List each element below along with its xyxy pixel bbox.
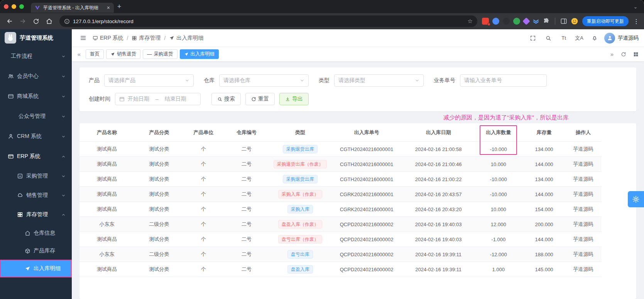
extension-icon[interactable] (492, 18, 499, 25)
sidebar-item-workflow[interactable]: 工作流程 (0, 46, 72, 66)
table-row[interactable]: 测试商品测试分类个二号采购入库CGRK202402160000012024-02… (79, 202, 602, 217)
cell-type: 盘盈入库 (270, 262, 330, 277)
sidebar-item-stock-record[interactable]: 出入库明细 (0, 260, 72, 277)
page-tab-home[interactable]: 首页 (86, 49, 104, 59)
forward-button[interactable] (17, 15, 29, 27)
sidebar-item-erp[interactable]: ERP 系统 (0, 146, 72, 166)
table-row[interactable]: 测试商品测试分类个二号采购退货出库（作废）CGTH202402160000012… (79, 157, 602, 172)
minimize-window-button[interactable] (12, 4, 16, 9)
cell-order-no: CGTH20240216000001 (330, 142, 403, 157)
table-row[interactable]: 测试商品测试分类个二号采购退货出库CGTH202402160000012024-… (79, 172, 602, 187)
font-size-icon[interactable]: Tt (558, 32, 570, 44)
bookmark-star-icon[interactable]: ☆ (468, 18, 473, 25)
notification-bell-icon[interactable] (589, 32, 600, 44)
sidebar-item-sales[interactable]: 销售管理 (0, 186, 72, 205)
table-row[interactable]: 测试商品测试分类个二号采购入库（作废）CGRK20240216000001202… (79, 187, 602, 202)
settings-gear-button[interactable] (628, 191, 644, 207)
sidebar-item-inventory[interactable]: 库存管理 (0, 205, 72, 224)
close-window-button[interactable] (4, 4, 8, 9)
cell-date: 2024-02-16 19:39:11 (403, 262, 474, 277)
send-icon (184, 52, 189, 57)
search-icon[interactable] (543, 32, 554, 44)
type-select[interactable]: 请选择类型 (334, 74, 424, 87)
page-tab-sales-return[interactable]: 销售退货 (106, 49, 140, 59)
browser-tab[interactable]: 芋道管理系统 - 出入库明细 × (31, 3, 114, 13)
app-logo[interactable]: 芋道管理系统 (0, 29, 72, 46)
home-button[interactable] (43, 15, 55, 27)
sidebar-item-wechat[interactable]: 公众号管理 (0, 106, 72, 126)
breadcrumb-item-erp[interactable]: ERP 系统 (93, 35, 123, 42)
collapse-sidebar-icon[interactable] (77, 32, 89, 44)
window-controls (4, 4, 24, 9)
col-date: 出入库日期 (403, 123, 474, 142)
cell-date: 2024-02-16 19:40:03 (403, 232, 474, 247)
cell-order-no: CGRK20240216000001 (330, 187, 403, 202)
cell-type: 采购退货出库（作废） (270, 157, 330, 172)
send-icon (169, 35, 174, 41)
extension-icon[interactable] (513, 18, 520, 25)
browser-toolbar: 127.0.0.1/erp/stock/record ☆ 重新启动即可更新 (0, 13, 644, 29)
bizno-input[interactable]: 请输入业务单号 (460, 74, 547, 87)
box-icon (25, 248, 30, 254)
extension-icon[interactable] (503, 18, 510, 25)
extension-icon[interactable] (522, 17, 530, 25)
extension-icon[interactable] (532, 18, 539, 25)
address-bar[interactable]: 127.0.0.1/erp/stock/record ☆ (59, 15, 477, 27)
cell-stock: 134.000 (523, 172, 565, 187)
export-button[interactable]: 导出 (279, 93, 309, 105)
tab-search-button[interactable]: ⌄ (631, 2, 640, 11)
site-info-icon[interactable] (64, 18, 70, 24)
sidebar-item-warehouse-info[interactable]: 仓库信息 (0, 224, 72, 242)
sidebar-item-mall[interactable]: 商城系统 (0, 86, 72, 106)
sidebar-item-members[interactable]: 会员中心 (0, 66, 72, 86)
side-panel-icon[interactable] (560, 18, 567, 25)
reset-button[interactable]: 重置 (245, 93, 275, 105)
sidebar-item-product-stock[interactable]: 产品库存 (0, 242, 72, 260)
refresh-tab-icon[interactable] (619, 49, 629, 59)
breadcrumb-item-inventory[interactable]: 库存管理 (132, 35, 161, 42)
cell-type: 采购入库（作废） (270, 187, 330, 202)
cloud-icon (17, 192, 23, 198)
reload-button[interactable] (30, 15, 42, 27)
tabs-scroll-left-icon[interactable]: « (75, 51, 83, 57)
new-tab-button[interactable]: + (114, 3, 125, 11)
tabs-scroll-right-icon[interactable]: » (608, 51, 616, 57)
date-range-picker[interactable]: 开始日期 – 结束日期 (115, 93, 201, 105)
fullscreen-icon[interactable] (527, 32, 539, 44)
user-menu[interactable]: 芋道源码 (604, 33, 639, 44)
url-text[interactable]: 127.0.0.1/erp/stock/record (73, 18, 465, 24)
stock-table-body: 测试商品测试分类个二号采购退货出库CGTH202402160000012024-… (79, 142, 602, 277)
chevron-up-icon (61, 155, 66, 159)
table-row[interactable]: 测试商品测试分类个二号采购退货出库CGTH202402160000012024-… (79, 142, 602, 157)
table-row[interactable]: 小东东二级分类个二号盘盈入库（作废）QCPD202402160000022024… (79, 217, 602, 232)
cell-operator: 芋道源码 (565, 142, 602, 157)
back-button[interactable] (4, 15, 15, 27)
table-row[interactable]: 小东东二级分类个二号盘亏出库QCPD202402160000022024-02-… (79, 247, 602, 262)
layout-grid-icon[interactable] (631, 49, 641, 59)
chevron-down-icon (300, 78, 304, 83)
browser-update-button[interactable]: 重新启动即可更新 (582, 16, 629, 26)
table-row[interactable]: 测试商品测试分类个二号盘亏出库（作废）QCPD20240216000002202… (79, 232, 602, 247)
zoom-window-button[interactable] (19, 4, 24, 9)
warehouse-select[interactable]: 请选择仓库 (219, 74, 309, 87)
cell-warehouse: 二号 (223, 142, 270, 157)
page-tab-stock-record[interactable]: 出入库明细 (180, 49, 219, 59)
sidebar-menu: 工作流程 会员中心 商城系统 公众号管理 (0, 46, 72, 299)
close-tab-icon[interactable]: × (107, 5, 110, 11)
page-tab-purchase-return[interactable]: — 采购退货 (143, 49, 177, 59)
product-select[interactable]: 请选择产品 (104, 74, 194, 87)
translate-icon[interactable]: 文A (573, 32, 585, 44)
sidebar-item-crm[interactable]: CRM 系统 (0, 126, 72, 146)
calendar-icon (119, 96, 125, 102)
browser-menu-icon[interactable]: ⋮ (632, 18, 640, 25)
extensions-puzzle-icon[interactable] (543, 18, 550, 25)
chevron-down-icon (61, 54, 66, 59)
search-button[interactable]: 搜索 (211, 93, 241, 105)
table-row[interactable]: 测试商品测试分类个二号盘盈入库QCPD202402160000022024-02… (79, 262, 602, 277)
extension-icon[interactable] (482, 18, 489, 25)
sidebar-item-purchase[interactable]: A 采购管理 (0, 166, 72, 186)
cell-order-no: QCPD20240216000002 (330, 247, 403, 262)
cell-operator: 芋道源码 (565, 202, 602, 217)
profile-avatar-icon[interactable] (571, 17, 578, 25)
chevron-down-icon (415, 78, 419, 83)
